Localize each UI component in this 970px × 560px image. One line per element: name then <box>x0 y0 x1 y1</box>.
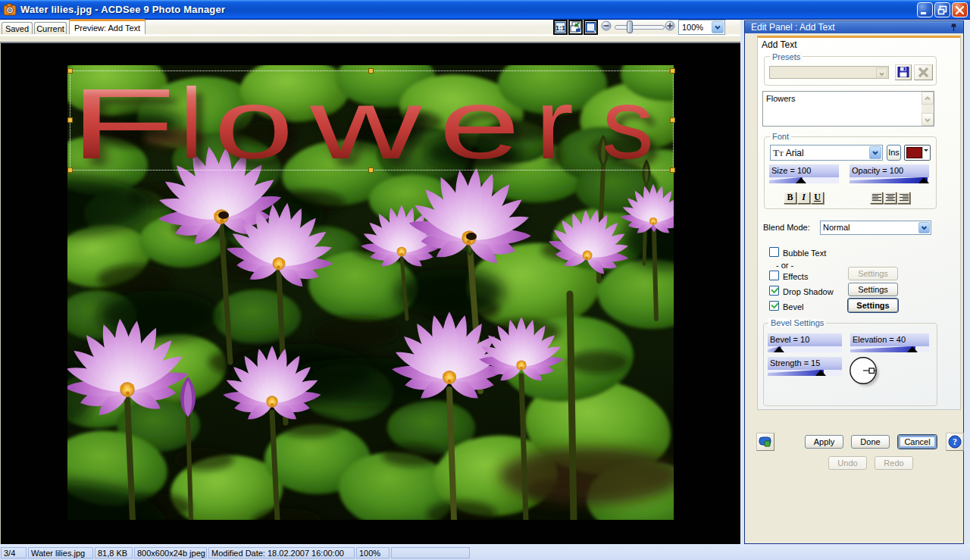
svg-text:?: ? <box>953 436 957 447</box>
svg-text:1:1: 1:1 <box>555 24 565 32</box>
